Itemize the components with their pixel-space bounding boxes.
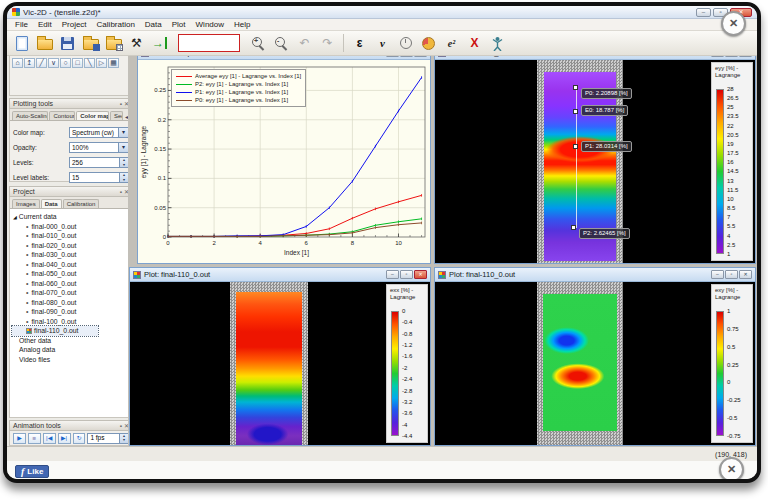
delete-button[interactable]: X [464,33,485,54]
error-analysis-button[interactable]: e² [441,33,462,54]
inspector-play-button[interactable]: ▷ [96,58,107,68]
exx-window-titlebar[interactable]: Plot: final-110_0.out – ▫ ✕ [130,268,430,282]
tab-auto-scaling[interactable]: Auto-Scaling [12,111,48,120]
point-marker-e0[interactable] [573,109,578,114]
project-file-row[interactable]: •final-080_0.out [12,298,130,308]
toolbar-filter-input[interactable] [178,34,240,52]
point-marker-p1[interactable] [573,144,578,149]
project-file-row[interactable]: •final-030_0.out [12,250,130,260]
save-project-button[interactable] [80,33,101,54]
tab-color-map[interactable]: Color map [76,111,109,120]
undo-button[interactable]: ↶ [294,33,315,54]
tree-node-other-data[interactable]: Other data [12,336,130,346]
menu-item-plot[interactable]: Plot [167,20,191,29]
zoom-in-button[interactable]: + [248,33,269,54]
fps-stepper[interactable]: 1 fps [87,433,129,444]
zoom-out-button[interactable]: - [271,33,292,54]
overlay-close-icon[interactable]: ✕ [721,11,746,36]
project-tree: ◢ Current data •final-000_0.out•final-01… [10,209,132,367]
tree-node-video-files[interactable]: Video files [12,355,130,365]
inspector-rect-button[interactable]: □ [72,58,83,68]
tools-button[interactable]: ⚒ [126,33,147,54]
inspector-draw-button[interactable]: ╲ [84,58,95,68]
inspector-circle-button[interactable]: ○ [60,58,71,68]
menu-item-window[interactable]: Window [191,20,229,29]
facebook-like-button[interactable]: f Like [15,465,49,478]
project-file-row[interactable]: •final-100_0.out [12,317,130,327]
redo-button[interactable]: ↷ [317,33,338,54]
tree-node-analog-data[interactable]: Analog data [12,345,130,355]
menu-item-calibration[interactable]: Calibration [92,20,140,29]
maximize-button[interactable]: ▫ [725,270,738,279]
inspector-image-button[interactable]: ▦ [108,58,119,68]
project-file-row[interactable]: final-110_0.out [12,326,98,336]
minimize-button[interactable]: – [386,270,399,279]
tab-contour[interactable]: Contour [49,111,75,120]
play-button[interactable]: ▶ [13,433,26,444]
pin-icon[interactable]: ▪ [120,101,122,107]
inspector-angle-button[interactable]: ∨ [48,58,59,68]
menu-item-file[interactable]: File [10,20,33,29]
strain-button[interactable]: ε [349,33,370,54]
color-map-select[interactable]: Spectrum (cw) [69,127,129,138]
inspector-line-button[interactable]: ╱ [36,58,47,68]
project-file-row[interactable]: •final-070_0.out [12,288,130,298]
open-project-button[interactable] [34,33,55,54]
skip-end-button[interactable]: ▶| [58,433,71,444]
plotting-panel-header[interactable]: Plotting tools ▪✕ [9,98,133,109]
pin-icon[interactable]: ▪ [120,189,122,195]
project-file-row[interactable]: •final-000_0.out [12,222,130,232]
skip-start-button[interactable]: |◀ [43,433,56,444]
menu-item-data[interactable]: Data [140,20,167,29]
project-file-row[interactable]: •final-060_0.out [12,279,130,289]
close-button[interactable]: ✕ [414,270,427,279]
tab-calibration[interactable]: Calibration [63,199,100,208]
project-file-row[interactable]: •final-020_0.out [12,241,130,251]
exy-plot-content[interactable]: exy [%] - Lagrange 10.750.50.250-0.25-0.… [435,282,755,445]
inspector-extract-button[interactable]: ↥ [24,58,35,68]
minimize-button[interactable]: – [711,270,724,279]
project-file-row[interactable]: •final-050_0.out [12,269,130,279]
menu-item-edit[interactable]: Edit [33,20,57,29]
eyy-plot-content[interactable]: P0: 2.20898 [%] E0: 18.787 [%] P1: 28.03… [435,60,755,263]
tab-data[interactable]: Data [41,199,62,208]
overlay-close-icon[interactable]: ✕ [719,457,744,482]
levels-stepper[interactable]: 256 [69,157,129,168]
close-button[interactable]: ✕ [739,270,752,279]
timer-button[interactable] [395,33,416,54]
pin-icon[interactable]: ▪ [120,423,122,429]
extraction-chart-area[interactable]: 024681000.050.10.150.20.25Index [1]eyy [… [138,60,430,263]
minimize-button[interactable]: – [696,8,711,17]
point-marker-p0[interactable] [573,85,578,90]
run-analysis-button[interactable]: → [149,33,170,54]
project-file-row[interactable]: •final-040_0.out [12,260,130,270]
animation-panel-header[interactable]: Animation tools ▪✕ [9,420,133,431]
exy-window-titlebar[interactable]: Plot: final-110_0.out – ▫ ✕ [435,268,755,282]
loop-button[interactable]: ↻ [73,433,86,444]
point-marker-p2[interactable] [571,225,576,230]
tree-root-current-data[interactable]: ◢ Current data [12,212,130,222]
inspector-home-button[interactable]: ⌂ [12,58,23,68]
opacity-select[interactable]: 100% [69,142,129,153]
project-file-row[interactable]: •final-090_0.out [12,307,130,317]
animation-panel-body: ▶ ■ |◀ ▶| ↻ 1 fps [9,431,133,446]
stop-button[interactable]: ■ [28,433,41,444]
statistics-button[interactable] [418,33,439,54]
tab-sections[interactable]: Sec [110,111,123,120]
export-data-button[interactable] [103,33,124,54]
expander-icon[interactable]: ◢ [13,214,17,220]
tab-images[interactable]: Images [12,199,40,208]
new-project-button[interactable] [11,33,32,54]
save-button[interactable] [57,33,78,54]
maximize-button[interactable]: ▫ [400,270,413,279]
menu-item-project[interactable]: Project [57,20,92,29]
level-labels-stepper[interactable]: 15 [69,172,129,183]
exx-plot-content[interactable]: exx [%] - Lagrange 0-0.4-0.8-1.2-1.6-2-2… [130,282,430,445]
project-file-row[interactable]: •final-010_0.out [12,231,130,241]
displacement-button[interactable]: v [372,33,393,54]
menu-item-help[interactable]: Help [229,20,255,29]
project-panel-header[interactable]: Project ▪✕ [9,186,133,197]
levels-label: Levels: [13,159,59,166]
extensometer-button[interactable] [487,33,508,54]
app-titlebar[interactable]: Vic-2D - (tensile.z2d)* – ▫ ✕ [7,6,757,19]
